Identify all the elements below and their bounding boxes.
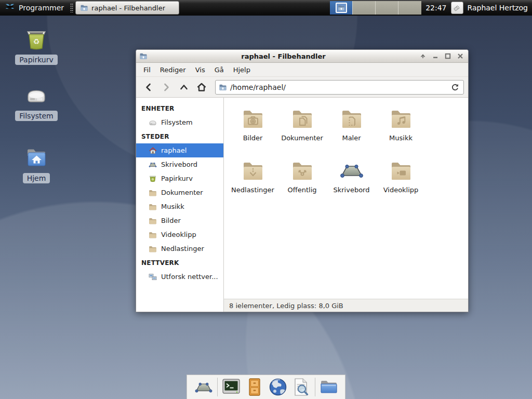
folder-icon: [149, 203, 157, 211]
sidebar-item-trash[interactable]: Papirkurv: [136, 171, 223, 185]
file-item-downloads[interactable]: Nedlastinger: [228, 155, 277, 207]
workspace-4[interactable]: [398, 1, 421, 15]
sidebar-header-devices: ENHETER: [136, 101, 223, 115]
dock-show-desktop-button[interactable]: [194, 377, 214, 397]
sidebar-item-filesystem[interactable]: Filsystem: [136, 115, 223, 129]
applications-menu[interactable]: Programmer: [3, 0, 68, 16]
workspace-2[interactable]: [353, 1, 376, 15]
sidebar-item-pictures[interactable]: Bilder: [136, 214, 223, 228]
dock: [187, 375, 345, 399]
maximize-button[interactable]: [444, 52, 451, 60]
sidebar-item-raphael[interactable]: raphael: [136, 143, 223, 157]
sidebar-item-documents[interactable]: Dokumenter: [136, 185, 223, 200]
folder-pictures-icon: [241, 106, 265, 131]
file-item-desktop[interactable]: Skrivebord: [327, 155, 376, 207]
drive-icon: [24, 83, 49, 108]
desktop-icon-home[interactable]: Hjem: [10, 145, 62, 183]
sidebar-item-music[interactable]: Musikk: [136, 200, 223, 214]
back-icon: [144, 83, 153, 92]
xfce-logo-icon: [4, 2, 16, 14]
folder-music-icon: [389, 106, 414, 131]
workspace-1[interactable]: [330, 1, 353, 15]
workspace-pager[interactable]: [330, 1, 421, 15]
home-icon: [149, 147, 157, 155]
sidebar-item-browse-network[interactable]: Utforsk nettver...: [136, 270, 223, 284]
shade-icon: [420, 53, 426, 59]
menu-view[interactable]: Vis: [191, 64, 209, 75]
folder-icon: [149, 231, 157, 239]
sidebar-item-videos[interactable]: Videoklipp: [136, 228, 223, 242]
menu-go[interactable]: Gå: [210, 64, 228, 75]
desktop-icon-label: Filsystem: [15, 111, 57, 121]
document-search-icon: [291, 377, 311, 397]
eraser-icon: [452, 3, 462, 13]
folder-downloads-icon: [241, 158, 265, 183]
session-action-button[interactable]: [451, 2, 463, 14]
desktop-icon-trash[interactable]: Papirkurv: [10, 27, 62, 65]
user-name: Raphael Hertzog: [468, 4, 528, 12]
folder-icon: [338, 4, 345, 11]
home-icon: [196, 82, 207, 92]
folder-templates-icon: [339, 106, 364, 131]
desktop-icon: [149, 161, 157, 169]
folder-documents-icon: [290, 106, 315, 131]
sidebar: ENHETER Filsystem STEDER raphael Skriveb…: [136, 98, 224, 312]
desktop-icon: [339, 158, 364, 183]
file-item-music[interactable]: Musikk: [376, 103, 425, 155]
toolbar: /home/raphael/: [136, 77, 468, 98]
file-icon-view[interactable]: Bilder Dokumenter Maler Musikk Nedlastin…: [224, 98, 468, 299]
drive-icon: [149, 118, 157, 127]
dock-web-browser-button[interactable]: [268, 377, 288, 397]
terminal-icon: [221, 377, 241, 397]
folder-icon: [219, 83, 227, 91]
shade-button[interactable]: [419, 52, 427, 60]
home-button[interactable]: [193, 79, 210, 95]
taskbar-grip[interactable]: [70, 3, 73, 12]
file-item-templates[interactable]: Maler: [327, 103, 376, 155]
desktop-icon-label: Hjem: [23, 173, 50, 183]
dock-file-cabinet-button[interactable]: [245, 377, 264, 397]
folder-icon: [319, 377, 339, 397]
dock-folder-button[interactable]: [319, 377, 339, 397]
menu-file[interactable]: Fil: [139, 64, 155, 75]
folder-icon: [149, 217, 157, 225]
desktop-icon-label: Papirkurv: [15, 55, 58, 65]
forward-button[interactable]: [158, 79, 175, 95]
folder-icon: [149, 189, 157, 197]
file-cabinet-icon: [245, 377, 264, 397]
sidebar-item-downloads[interactable]: Nedlastinger: [136, 242, 223, 256]
file-item-pictures[interactable]: Bilder: [228, 103, 277, 155]
dock-search-button[interactable]: [291, 377, 311, 397]
close-button[interactable]: [457, 52, 464, 60]
statusbar-text: 8 ielementer, Ledig plass: 8,0 GiB: [229, 302, 343, 310]
workspace-3[interactable]: [376, 1, 398, 15]
up-button[interactable]: [176, 79, 192, 95]
forward-icon: [162, 83, 171, 92]
workspace-window-miniature: [336, 3, 347, 13]
menubar: Fil Rediger Vis Gå Hjelp: [136, 63, 468, 77]
minimize-button[interactable]: [432, 52, 439, 60]
file-item-public[interactable]: Offentlig: [277, 155, 327, 207]
statusbar: 8 ielementer, Ledig plass: 8,0 GiB: [224, 299, 468, 312]
maximize-icon: [445, 53, 451, 59]
file-item-videos[interactable]: Videoklipp: [376, 155, 425, 207]
dock-terminal-button[interactable]: [221, 377, 241, 397]
window-title: raphael - Filbehandler: [148, 52, 419, 60]
reload-icon[interactable]: [451, 83, 459, 91]
menu-help[interactable]: Hjelp: [229, 64, 255, 75]
titlebar[interactable]: raphael - Filbehandler: [136, 50, 468, 63]
sidebar-header-places: STEDER: [136, 129, 223, 143]
menu-edit[interactable]: Rediger: [156, 64, 190, 75]
path-bar[interactable]: /home/raphael/: [215, 80, 464, 95]
file-item-documents[interactable]: Dokumenter: [277, 103, 327, 155]
up-icon: [179, 83, 189, 92]
globe-icon: [268, 377, 288, 397]
back-button[interactable]: [140, 79, 157, 95]
path-value[interactable]: /home/raphael/: [230, 83, 448, 91]
clock: 22:47: [425, 4, 446, 12]
sidebar-item-desktop[interactable]: Skrivebord: [136, 157, 223, 171]
window-folder-icon: [139, 52, 148, 60]
desktop-icon-filesystem[interactable]: Filsystem: [10, 83, 62, 121]
folder-icon: [149, 245, 157, 253]
taskbar-window-button[interactable]: raphael - Filbehandler: [75, 1, 179, 15]
